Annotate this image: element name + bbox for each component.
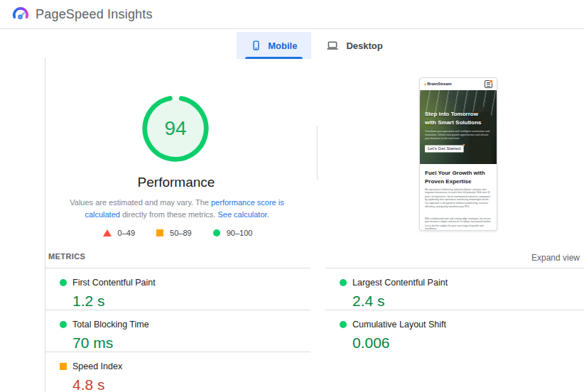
metric-value: 0.006 xyxy=(352,334,584,352)
metrics-section-title: METRICS xyxy=(48,252,85,261)
desktop-laptop-icon xyxy=(325,39,340,52)
metric-first-contentful-paint: First Contentful Paint 1.2 s xyxy=(45,268,310,310)
metric-name: First Contentful Paint xyxy=(72,278,156,288)
performance-category-title: Performance xyxy=(45,175,308,190)
disclaimer-text: Values are estimated and may vary. The xyxy=(70,198,211,207)
performance-score: 94 xyxy=(141,94,210,163)
brand-mark-icon xyxy=(424,83,426,86)
legend-item-average: 50–89 xyxy=(156,229,192,237)
site-brand-logo: BrainStream xyxy=(424,82,452,86)
pagespeed-insights-app: PageSpeed Insights Mobile Desktop 94 xyxy=(0,0,584,392)
metric-name: Cumulative Layout Shift xyxy=(352,320,446,330)
score-legend: 0–49 50–89 90–100 xyxy=(45,229,310,237)
site-section-heading: Fuel Your Growth with Proven Expertise xyxy=(425,169,490,185)
site-paragraph: With a dedicated team and cutting-edge s… xyxy=(425,217,492,231)
page-screenshot-thumbnail[interactable]: BrainStream Step into Tomorrow with Smar… xyxy=(419,77,497,231)
hero-subtext: Transform your operations with intellige… xyxy=(425,129,490,140)
tab-active-underline xyxy=(245,57,303,59)
expand-view-button[interactable]: Expand view xyxy=(531,253,580,263)
site-hero-section: Step into Tomorrow with Smart Solutions … xyxy=(420,90,497,164)
tab-desktop-label: Desktop xyxy=(346,40,382,51)
metric-empty-cell xyxy=(325,352,584,392)
metric-name: Speed Index xyxy=(72,361,122,371)
metric-cumulative-layout-shift: Cumulative Layout Shift 0.006 xyxy=(325,310,584,352)
metric-speed-index: Speed Index 4.8 s xyxy=(45,352,310,392)
pass-circle-icon xyxy=(213,229,220,236)
metric-status-icon xyxy=(340,279,347,286)
tab-desktop[interactable]: Desktop xyxy=(311,32,396,59)
metric-value: 4.8 s xyxy=(72,376,310,392)
app-header: PageSpeed Insights xyxy=(0,0,584,29)
metric-name: Largest Contentful Paint xyxy=(352,278,448,288)
site-brand-name: BrainStream xyxy=(427,82,451,86)
average-square-icon xyxy=(156,229,163,236)
metric-total-blocking-time: Total Blocking Time 70 ms xyxy=(45,310,310,352)
hero-title: Step into Tomorrow with Smart Solutions xyxy=(425,110,486,127)
metric-value: 70 ms xyxy=(72,334,310,352)
get-started-label: Let's Get Started xyxy=(428,146,461,151)
metric-status-icon xyxy=(60,279,67,286)
metric-value: 1.2 s xyxy=(72,293,310,310)
get-started-button: Let's Get Started xyxy=(425,145,463,152)
metrics-grid: First Contentful Paint 1.2 s Largest Con… xyxy=(45,268,584,392)
disclaimer-text-2: directly from these metrics. xyxy=(120,210,218,219)
tab-mobile-label: Mobile xyxy=(268,40,297,51)
pagespeed-logo-icon xyxy=(11,5,30,23)
metric-largest-contentful-paint: Largest Contentful Paint 2.4 s xyxy=(325,268,584,310)
app-title: PageSpeed Insights xyxy=(36,7,153,22)
thumbnail-site-header: BrainStream xyxy=(420,78,497,90)
gauge-thumbnail-divider xyxy=(317,126,318,180)
see-calculator-link[interactable]: See calculator. xyxy=(217,210,269,219)
metric-value: 2.4 s xyxy=(352,293,584,310)
fail-triangle-icon xyxy=(103,229,112,236)
tab-mobile[interactable]: Mobile xyxy=(237,32,311,59)
metric-status-icon xyxy=(60,321,67,328)
score-disclaimer: Values are estimated and may vary. The p… xyxy=(54,197,300,221)
metric-status-icon xyxy=(60,363,67,370)
legend-item-pass: 90–100 xyxy=(213,229,253,237)
legend-pass-range: 90–100 xyxy=(227,229,253,237)
legend-item-fail: 0–49 xyxy=(103,229,135,237)
performance-gauge: 94 xyxy=(141,94,210,163)
legend-average-range: 50–89 xyxy=(170,229,192,237)
mobile-phone-icon xyxy=(251,38,261,53)
metric-status-icon xyxy=(340,321,347,328)
device-tabbar: Mobile Desktop xyxy=(0,32,584,59)
site-body-section: Fuel Your Growth with Proven Expertise W… xyxy=(420,164,497,231)
hero-content: Step into Tomorrow with Smart Solutions … xyxy=(420,90,497,164)
site-paragraph: We specialize in delivering tailored sof… xyxy=(425,187,492,208)
hamburger-menu-icon xyxy=(485,80,492,88)
metric-name: Total Blocking Time xyxy=(72,320,149,330)
legend-fail-range: 0–49 xyxy=(118,229,135,237)
